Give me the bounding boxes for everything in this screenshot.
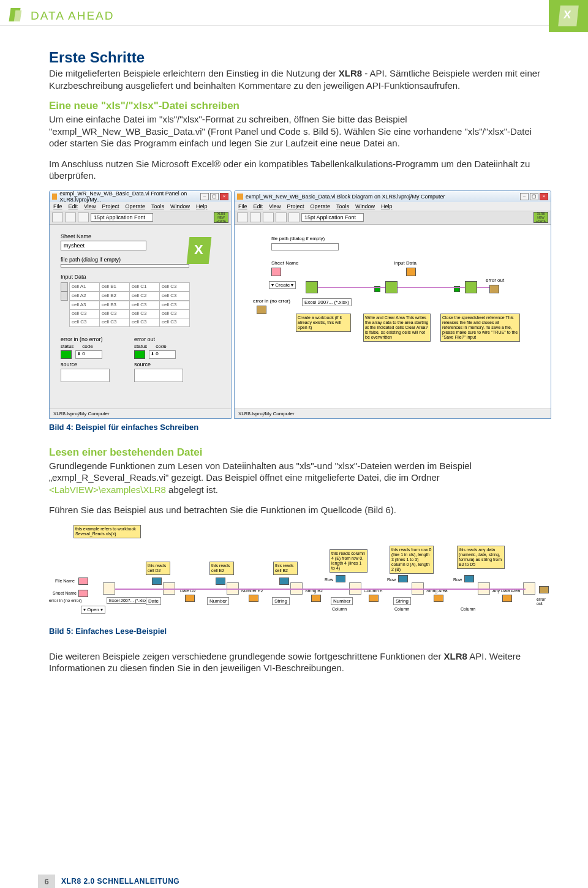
run-continuous-button[interactable] xyxy=(65,213,76,222)
menu-tools[interactable]: Tools xyxy=(336,203,349,209)
window-titlebar: exmpl_WR_New_WB_Basic_Data.vi Front Pane… xyxy=(50,191,231,202)
menu-view[interactable]: View xyxy=(269,203,281,209)
table-cell[interactable]: cell C3 xyxy=(69,318,100,327)
table-cell[interactable]: cell C3 xyxy=(159,309,190,318)
table-cell[interactable]: cell B2 xyxy=(99,292,130,301)
number-selector[interactable]: Number xyxy=(331,597,353,605)
wire xyxy=(398,287,465,288)
table-cell[interactable]: cell B3 xyxy=(99,301,130,310)
table-cell[interactable]: cell C1 xyxy=(129,282,160,292)
minimize-button[interactable]: – xyxy=(520,193,529,200)
table-cell[interactable]: cell A2 xyxy=(69,292,100,301)
string-selector[interactable]: String xyxy=(393,597,411,605)
xlr-icon xyxy=(558,6,579,26)
write-range-vi[interactable] xyxy=(385,281,398,293)
excel-format-selector[interactable]: Excel 2007... (*.xlsx) xyxy=(302,298,352,306)
open-workbook-vi[interactable] xyxy=(103,582,115,595)
table-cell[interactable]: cell C3 xyxy=(99,309,130,318)
labview-window-front-panel: exmpl_WR_New_WB_Basic_Data.vi Front Pane… xyxy=(49,190,232,419)
any-data-area-indicator[interactable] xyxy=(502,595,512,602)
string-b2-indicator[interactable] xyxy=(311,595,321,602)
pause-button[interactable] xyxy=(263,213,274,222)
sheet-name-terminal[interactable] xyxy=(78,590,88,597)
maximize-button[interactable]: ▢ xyxy=(530,193,538,200)
file-path-terminal[interactable] xyxy=(271,243,339,250)
pause-button[interactable] xyxy=(78,213,89,222)
sheet-name-input[interactable]: mysheet xyxy=(61,241,146,250)
menu-window[interactable]: Window xyxy=(170,203,190,209)
menu-help[interactable]: Help xyxy=(196,203,208,209)
table-cell[interactable]: cell C3 xyxy=(129,301,160,310)
section1-paragraph: Die mitgelieferten Beispiele erleichtern… xyxy=(49,67,551,91)
menu-file[interactable]: File xyxy=(53,203,62,209)
close-workbook-vi[interactable] xyxy=(465,281,477,293)
file-name-terminal[interactable] xyxy=(78,578,88,585)
minimize-button[interactable]: – xyxy=(200,193,209,200)
error-out-terminal[interactable] xyxy=(489,285,499,293)
table-cell[interactable]: cell C3 xyxy=(159,318,190,327)
close-button[interactable]: × xyxy=(540,193,548,200)
step-button[interactable] xyxy=(288,213,300,222)
input-data-table[interactable]: cell A1cell B1cell C1cell C3 cell A2cell… xyxy=(61,282,220,326)
menu-tools[interactable]: Tools xyxy=(151,203,164,209)
window-buttons: – ▢ × xyxy=(520,193,548,200)
row-col-const[interactable] xyxy=(279,578,289,585)
table-cell[interactable]: cell C2 xyxy=(129,292,160,301)
table-cell[interactable]: cell C3 xyxy=(129,318,160,327)
menu-operate[interactable]: Operate xyxy=(310,203,330,209)
row-const[interactable] xyxy=(464,575,474,582)
table-cell[interactable]: cell A3 xyxy=(69,301,100,310)
menu-project[interactable]: Project xyxy=(287,203,304,209)
menu-file[interactable]: File xyxy=(238,203,247,209)
menu-edit[interactable]: Edit xyxy=(254,203,263,209)
section2-paragraph1: Um eine einfache Datei im "xls"/"xlsx"-F… xyxy=(49,113,551,149)
row-const[interactable] xyxy=(398,575,408,582)
number-selector[interactable]: Number xyxy=(207,597,229,605)
create-workbook-vi[interactable] xyxy=(306,281,318,293)
run-button[interactable] xyxy=(237,213,248,222)
date-d2-indicator[interactable] xyxy=(185,595,195,602)
input-data-terminal[interactable] xyxy=(406,268,416,276)
open-selector[interactable]: ▾ Open ▾ xyxy=(81,606,105,614)
row-col-const[interactable] xyxy=(152,578,162,585)
table-cell[interactable]: cell C3 xyxy=(159,282,190,292)
menu-project[interactable]: Project xyxy=(102,203,119,209)
menu-bar[interactable]: File Edit View Project Operate Tools Win… xyxy=(235,202,551,211)
number-e2-indicator[interactable] xyxy=(249,595,258,602)
file-path-input[interactable] xyxy=(61,264,189,268)
table-cell[interactable]: cell C3 xyxy=(159,301,190,310)
date-selector[interactable]: Date xyxy=(146,597,161,605)
string-area-indicator[interactable] xyxy=(434,595,443,602)
run-button[interactable] xyxy=(52,213,63,222)
menu-operate[interactable]: Operate xyxy=(125,203,145,209)
menu-edit[interactable]: Edit xyxy=(69,203,78,209)
row-const[interactable] xyxy=(336,575,345,582)
badge-line: +DATA xyxy=(216,219,226,223)
table-cell[interactable]: cell C3 xyxy=(129,309,160,318)
source-label: source xyxy=(61,361,110,367)
maximize-button[interactable]: ▢ xyxy=(210,193,219,200)
table-cell[interactable]: cell C3 xyxy=(159,292,190,301)
error-out-terminal[interactable] xyxy=(539,586,549,593)
sheet-name-terminal[interactable] xyxy=(271,268,281,276)
menu-help[interactable]: Help xyxy=(381,203,393,209)
close-button[interactable]: × xyxy=(220,193,228,200)
section3-paragraph1: Grundlegende Funktionen zum Lesen von Da… xyxy=(49,460,551,496)
string-selector[interactable]: String xyxy=(272,597,290,605)
create-selector[interactable]: ▾ Create ▾ xyxy=(269,281,296,289)
menu-bar[interactable]: File Edit View Project Operate Tools Win… xyxy=(50,202,231,211)
menu-window[interactable]: Window xyxy=(355,203,375,209)
table-cell[interactable]: cell A1 xyxy=(69,282,100,292)
error-in-terminal[interactable] xyxy=(257,306,266,314)
table-cell[interactable]: cell B1 xyxy=(99,282,130,292)
row-col-const[interactable] xyxy=(216,578,225,585)
table-cell[interactable]: cell C3 xyxy=(69,309,100,318)
font-selector[interactable]: 15pt Application Font xyxy=(301,213,364,222)
font-selector[interactable]: 15pt Application Font xyxy=(91,213,153,222)
menu-view[interactable]: View xyxy=(84,203,96,209)
run-continuous-button[interactable] xyxy=(250,213,261,222)
table-cell[interactable]: cell C3 xyxy=(99,318,130,327)
excel-format-selector[interactable]: Excel 2007... (*.xlsx) xyxy=(107,597,151,604)
column-e-indicator[interactable] xyxy=(369,595,379,602)
highlight-button[interactable] xyxy=(276,213,287,222)
